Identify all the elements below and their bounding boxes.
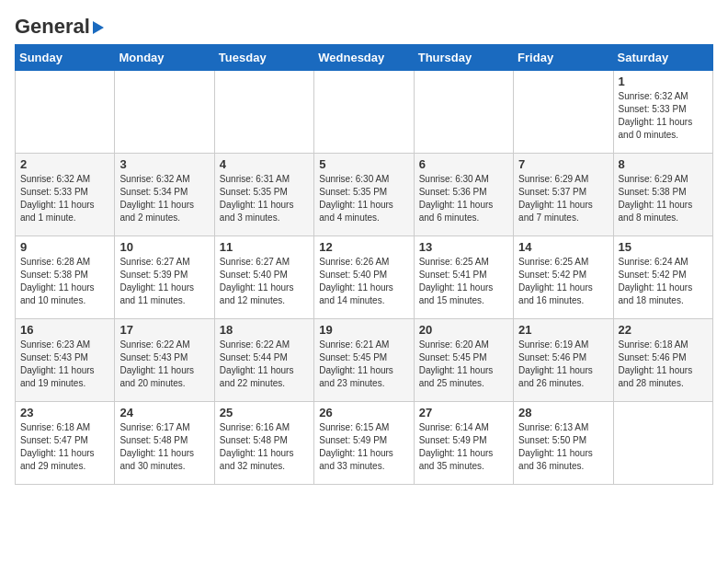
day-info: Sunrise: 6:27 AM Sunset: 5:39 PM Dayligh… <box>119 256 209 307</box>
day-info: Sunrise: 6:24 AM Sunset: 5:42 PM Dayligh… <box>619 256 708 307</box>
calendar-cell: 4Sunrise: 6:31 AM Sunset: 5:35 PM Daylig… <box>214 154 313 236</box>
calendar-cell: 5Sunrise: 6:30 AM Sunset: 5:35 PM Daylig… <box>314 154 414 236</box>
day-number: 1 <box>619 75 708 88</box>
day-number: 10 <box>119 240 209 254</box>
day-info: Sunrise: 6:18 AM Sunset: 5:47 PM Dayligh… <box>20 421 109 473</box>
day-number: 15 <box>619 240 708 254</box>
page-header: General <box>15 15 713 35</box>
week-row-4: 16Sunrise: 6:23 AM Sunset: 5:43 PM Dayli… <box>16 319 713 402</box>
day-number: 2 <box>20 157 109 171</box>
calendar-cell: 14Sunrise: 6:25 AM Sunset: 5:42 PM Dayli… <box>514 236 613 319</box>
week-row-3: 9Sunrise: 6:28 AM Sunset: 5:38 PM Daylig… <box>16 236 713 319</box>
day-info: Sunrise: 6:15 AM Sunset: 5:49 PM Dayligh… <box>319 421 408 473</box>
day-number: 25 <box>220 406 309 419</box>
calendar-table: SundayMondayTuesdayWednesdayThursdayFrid… <box>15 44 713 485</box>
calendar-cell: 10Sunrise: 6:27 AM Sunset: 5:39 PM Dayli… <box>115 236 214 319</box>
weekday-header-tuesday: Tuesday <box>214 45 313 71</box>
day-number: 20 <box>419 323 508 337</box>
day-info: Sunrise: 6:14 AM Sunset: 5:49 PM Dayligh… <box>419 421 508 473</box>
day-info: Sunrise: 6:22 AM Sunset: 5:44 PM Dayligh… <box>220 339 309 390</box>
calendar-cell: 28Sunrise: 6:13 AM Sunset: 5:50 PM Dayli… <box>514 402 613 485</box>
day-info: Sunrise: 6:28 AM Sunset: 5:38 PM Dayligh… <box>20 256 109 307</box>
calendar-cell: 8Sunrise: 6:29 AM Sunset: 5:38 PM Daylig… <box>613 154 712 236</box>
calendar-cell: 19Sunrise: 6:21 AM Sunset: 5:45 PM Dayli… <box>314 319 414 402</box>
day-number: 14 <box>518 240 608 254</box>
day-info: Sunrise: 6:20 AM Sunset: 5:45 PM Dayligh… <box>419 339 508 390</box>
day-number: 18 <box>220 323 309 337</box>
day-number: 12 <box>319 240 408 254</box>
day-number: 24 <box>119 406 209 419</box>
calendar-cell <box>414 71 513 154</box>
week-row-1: 1Sunrise: 6:32 AM Sunset: 5:33 PM Daylig… <box>16 71 713 154</box>
logo: General <box>15 15 104 35</box>
day-number: 5 <box>319 157 408 171</box>
day-info: Sunrise: 6:25 AM Sunset: 5:41 PM Dayligh… <box>419 256 508 307</box>
calendar-cell: 13Sunrise: 6:25 AM Sunset: 5:41 PM Dayli… <box>414 236 513 319</box>
weekday-header-wednesday: Wednesday <box>314 45 414 71</box>
day-info: Sunrise: 6:29 AM Sunset: 5:38 PM Dayligh… <box>619 173 708 224</box>
day-info: Sunrise: 6:27 AM Sunset: 5:40 PM Dayligh… <box>220 256 309 307</box>
logo-arrow-icon <box>93 21 104 34</box>
calendar-cell: 26Sunrise: 6:15 AM Sunset: 5:49 PM Dayli… <box>314 402 414 485</box>
day-info: Sunrise: 6:19 AM Sunset: 5:46 PM Dayligh… <box>518 339 608 390</box>
calendar-cell: 25Sunrise: 6:16 AM Sunset: 5:48 PM Dayli… <box>214 402 313 485</box>
calendar-cell: 21Sunrise: 6:19 AM Sunset: 5:46 PM Dayli… <box>514 319 613 402</box>
calendar-cell <box>613 402 712 485</box>
calendar-cell: 3Sunrise: 6:32 AM Sunset: 5:34 PM Daylig… <box>115 154 214 236</box>
logo-general: General <box>15 15 90 39</box>
calendar-cell <box>214 71 313 154</box>
day-number: 16 <box>20 323 109 337</box>
day-info: Sunrise: 6:18 AM Sunset: 5:46 PM Dayligh… <box>619 339 708 390</box>
calendar-cell: 12Sunrise: 6:26 AM Sunset: 5:40 PM Dayli… <box>314 236 414 319</box>
day-info: Sunrise: 6:32 AM Sunset: 5:34 PM Dayligh… <box>119 173 209 224</box>
day-number: 27 <box>419 406 508 419</box>
day-number: 11 <box>220 240 309 254</box>
day-number: 26 <box>319 406 408 419</box>
day-number: 6 <box>419 157 508 171</box>
weekday-header-thursday: Thursday <box>414 45 513 71</box>
day-info: Sunrise: 6:17 AM Sunset: 5:48 PM Dayligh… <box>119 421 209 473</box>
day-info: Sunrise: 6:31 AM Sunset: 5:35 PM Dayligh… <box>220 173 309 224</box>
day-number: 23 <box>20 406 109 419</box>
day-number: 3 <box>119 157 209 171</box>
day-info: Sunrise: 6:32 AM Sunset: 5:33 PM Dayligh… <box>619 90 708 142</box>
day-number: 7 <box>518 157 608 171</box>
calendar-cell: 9Sunrise: 6:28 AM Sunset: 5:38 PM Daylig… <box>16 236 115 319</box>
calendar-cell <box>115 71 214 154</box>
day-info: Sunrise: 6:23 AM Sunset: 5:43 PM Dayligh… <box>20 339 109 390</box>
calendar-cell: 16Sunrise: 6:23 AM Sunset: 5:43 PM Dayli… <box>16 319 115 402</box>
calendar-cell <box>514 71 613 154</box>
day-number: 17 <box>119 323 209 337</box>
day-number: 19 <box>319 323 408 337</box>
day-number: 21 <box>518 323 608 337</box>
calendar-cell: 1Sunrise: 6:32 AM Sunset: 5:33 PM Daylig… <box>613 71 712 154</box>
week-row-5: 23Sunrise: 6:18 AM Sunset: 5:47 PM Dayli… <box>16 402 713 485</box>
calendar-cell: 22Sunrise: 6:18 AM Sunset: 5:46 PM Dayli… <box>613 319 712 402</box>
weekday-header-row: SundayMondayTuesdayWednesdayThursdayFrid… <box>16 45 713 71</box>
weekday-header-friday: Friday <box>514 45 613 71</box>
week-row-2: 2Sunrise: 6:32 AM Sunset: 5:33 PM Daylig… <box>16 154 713 236</box>
day-info: Sunrise: 6:16 AM Sunset: 5:48 PM Dayligh… <box>220 421 309 473</box>
day-info: Sunrise: 6:29 AM Sunset: 5:37 PM Dayligh… <box>518 173 608 224</box>
calendar-cell: 18Sunrise: 6:22 AM Sunset: 5:44 PM Dayli… <box>214 319 313 402</box>
day-info: Sunrise: 6:25 AM Sunset: 5:42 PM Dayligh… <box>518 256 608 307</box>
calendar-cell: 6Sunrise: 6:30 AM Sunset: 5:36 PM Daylig… <box>414 154 513 236</box>
day-number: 22 <box>619 323 708 337</box>
calendar-cell: 7Sunrise: 6:29 AM Sunset: 5:37 PM Daylig… <box>514 154 613 236</box>
weekday-header-sunday: Sunday <box>16 45 115 71</box>
day-info: Sunrise: 6:30 AM Sunset: 5:35 PM Dayligh… <box>319 173 408 224</box>
calendar-cell: 20Sunrise: 6:20 AM Sunset: 5:45 PM Dayli… <box>414 319 513 402</box>
day-number: 4 <box>220 157 309 171</box>
day-number: 28 <box>518 406 608 419</box>
day-number: 9 <box>20 240 109 254</box>
calendar-cell: 27Sunrise: 6:14 AM Sunset: 5:49 PM Dayli… <box>414 402 513 485</box>
day-info: Sunrise: 6:30 AM Sunset: 5:36 PM Dayligh… <box>419 173 508 224</box>
weekday-header-monday: Monday <box>115 45 214 71</box>
calendar-cell <box>314 71 414 154</box>
day-info: Sunrise: 6:21 AM Sunset: 5:45 PM Dayligh… <box>319 339 408 390</box>
calendar-cell: 15Sunrise: 6:24 AM Sunset: 5:42 PM Dayli… <box>613 236 712 319</box>
calendar-cell: 17Sunrise: 6:22 AM Sunset: 5:43 PM Dayli… <box>115 319 214 402</box>
day-info: Sunrise: 6:13 AM Sunset: 5:50 PM Dayligh… <box>518 421 608 473</box>
calendar-cell <box>16 71 115 154</box>
calendar-cell: 23Sunrise: 6:18 AM Sunset: 5:47 PM Dayli… <box>16 402 115 485</box>
